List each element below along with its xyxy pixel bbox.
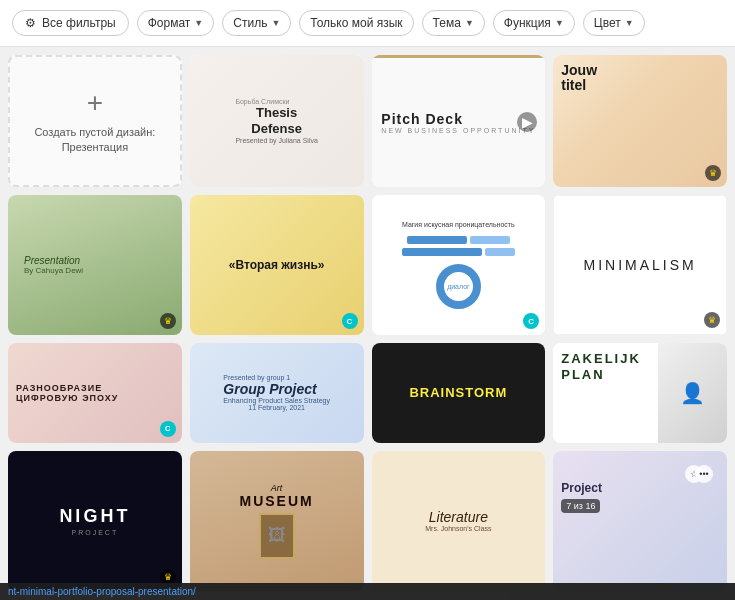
function-label: Функция: [504, 16, 551, 30]
filter-bar: ⚙ Все фильтры Формат ▼ Стиль ▼ Только мо…: [0, 0, 735, 47]
template-card-zakelijk[interactable]: ZAKELIJKPLAN 👤 C Groen Zwart en Wit Zake…: [553, 343, 727, 442]
template-card-green[interactable]: Presentation By Cahuya Dewi ♛ W Green Wa…: [8, 195, 182, 335]
template-thumbnail: Борьба Слимски ThesisDefense Presented b…: [190, 55, 364, 187]
crown-badge: ♛: [704, 312, 720, 328]
format-label: Формат: [148, 16, 191, 30]
template-thumbnail: BRAINSTORM: [372, 343, 546, 442]
template-thumbnail: Art MUSEUM 🖼: [190, 451, 364, 591]
language-label: Только мой язык: [310, 16, 402, 30]
crown-badge: ♛: [160, 313, 176, 329]
template-thumbnail: NIGHT PROJECT ♛: [8, 451, 182, 591]
chevron-down-icon: ▼: [555, 18, 564, 28]
chevron-down-icon: ▼: [625, 18, 634, 28]
template-card-zolotoy[interactable]: «Вторая жизнь» C C Золотой Желтый и Белы…: [190, 195, 364, 335]
theme-label: Тема: [433, 16, 461, 30]
template-card-minimalism[interactable]: MINIMALISM ♛ J Black and White Modern C.…: [553, 195, 727, 335]
format-filter-button[interactable]: Формат ▼: [137, 10, 215, 36]
template-card-brainstorm[interactable]: BRAINSTORM T Black and White Chalkboa...…: [372, 343, 546, 442]
function-filter-button[interactable]: Функция ▼: [493, 10, 575, 36]
crown-badge: ♛: [705, 165, 721, 181]
template-card-kremoviy[interactable]: РАЗНООБРАЗИЕЦИФРОВУЮ ЭПОХУ C C Кремовый …: [8, 343, 182, 442]
template-card-thesis[interactable]: Борьба Слимски ThesisDefense Presented b…: [190, 55, 364, 187]
template-thumbnail: MINIMALISM ♛: [553, 195, 727, 335]
canva-badge: C: [342, 313, 358, 329]
language-filter-button[interactable]: Только мой язык: [299, 10, 413, 36]
create-new-label: Создать пустой дизайн:Презентация: [34, 125, 155, 156]
template-thumbnail: Магия искусная проницательность диалог C: [372, 195, 546, 335]
style-label: Стиль: [233, 16, 267, 30]
bottom-url-bar: nt-minimal-portfolio-proposal-presentati…: [0, 583, 735, 600]
template-grid: + Создать пустой дизайн:Презентация Борь…: [0, 47, 735, 599]
template-thumbnail: Presented by group 1 Group Project Enhan…: [190, 343, 364, 442]
template-card-museum[interactable]: Art MUSEUM 🖼 A Cream and Brown Scrapb...…: [190, 451, 364, 591]
play-icon: ▶: [517, 112, 537, 132]
template-card-jouw[interactable]: Jouwtitel ♛ C Kleurrijk Kleurverloop Bas…: [553, 55, 727, 187]
all-filters-button[interactable]: ⚙ Все фильтры: [12, 10, 129, 36]
template-thumbnail: Literature Mrs. Johnson's Class: [372, 451, 546, 591]
template-thumbnail: Jouwtitel ♛: [553, 55, 727, 187]
template-card-night[interactable]: NIGHT PROJECT ♛ ★ NighT Презентация: [8, 451, 182, 591]
chevron-down-icon: ▼: [465, 18, 474, 28]
template-card-siniy[interactable]: Магия искусная проницательность диалог C…: [372, 195, 546, 335]
theme-filter-button[interactable]: Тема ▼: [422, 10, 485, 36]
template-thumbnail: РАЗНООБРАЗИЕЦИФРОВУЮ ЭПОХУ C: [8, 343, 182, 442]
plus-icon: +: [87, 87, 103, 119]
filter-icon: ⚙: [25, 16, 36, 30]
url-text: nt-minimal-portfolio-proposal-presentati…: [8, 586, 196, 597]
more-options-button[interactable]: •••: [695, 465, 713, 483]
chevron-down-icon: ▼: [194, 18, 203, 28]
canva-badge: C: [160, 421, 176, 437]
color-filter-button[interactable]: Цвет ▼: [583, 10, 645, 36]
color-label: Цвет: [594, 16, 621, 30]
template-card-gradient[interactable]: ☆ ••• Project 7 из 16 ★ Gradient Minimal…: [553, 451, 727, 591]
template-thumbnail: Presentation By Cahuya Dewi ♛: [8, 195, 182, 335]
template-thumbnail: «Вторая жизнь» C: [190, 195, 364, 335]
template-card-group[interactable]: Presented by group 1 Group Project Enhan…: [190, 343, 364, 442]
style-filter-button[interactable]: Стиль ▼: [222, 10, 291, 36]
template-thumbnail: Pitch Deck NEW BUSINESS OPPORTUNITY ▶: [372, 55, 546, 187]
template-thumbnail: ZAKELIJKPLAN 👤: [553, 343, 727, 442]
count-badge: 7 из 16: [561, 499, 600, 513]
template-card-pitchdeck[interactable]: Pitch Deck NEW BUSINESS OPPORTUNITY ▶ TC…: [372, 55, 546, 187]
create-new-card[interactable]: + Создать пустой дизайн:Презентация: [8, 55, 182, 187]
template-thumbnail: ☆ ••• Project 7 из 16: [553, 451, 727, 591]
chevron-down-icon: ▼: [271, 18, 280, 28]
canva-badge: C: [523, 313, 539, 329]
template-card-literature[interactable]: Literature Mrs. Johnson's Class C Colorf…: [372, 451, 546, 591]
all-filters-label: Все фильтры: [42, 16, 116, 30]
